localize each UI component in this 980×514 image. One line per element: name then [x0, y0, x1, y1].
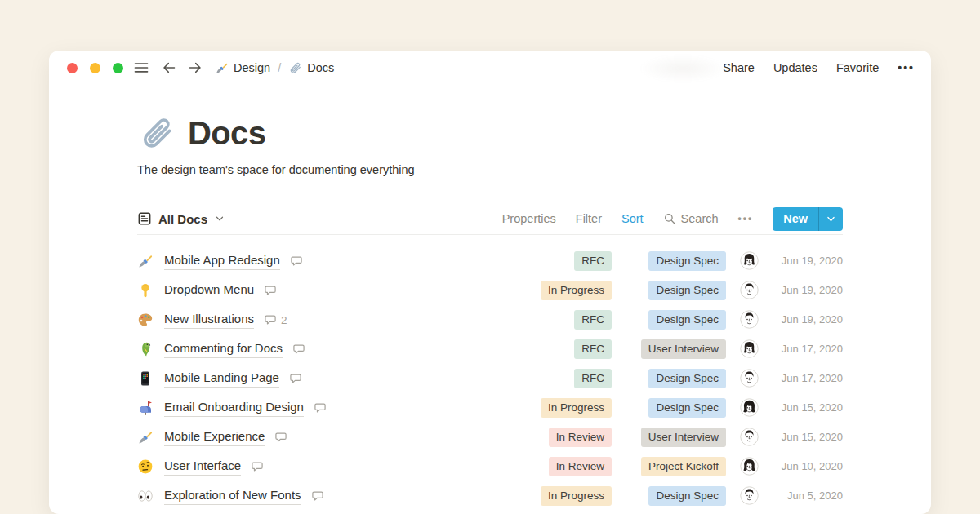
history-nav — [161, 60, 203, 76]
category-tag[interactable]: Design Spec — [648, 251, 726, 271]
paintbrush-icon — [137, 429, 154, 445]
comment-count[interactable] — [314, 401, 331, 414]
table-row[interactable]: Mobile Experience In Review User Intervi… — [137, 423, 843, 452]
breadcrumb: Design / Docs — [215, 61, 334, 75]
paperclip-icon — [288, 61, 302, 75]
status-tag[interactable]: RFC — [574, 369, 612, 388]
updates-button[interactable]: Updates — [773, 61, 817, 74]
paperclip-icon[interactable] — [137, 114, 176, 153]
doc-title-link[interactable]: Exploration of New Fonts — [164, 487, 301, 506]
page-description[interactable]: The design team's space for documenting … — [137, 163, 843, 176]
pointing-down-icon — [137, 282, 154, 299]
page-title[interactable]: Docs — [188, 115, 265, 152]
edited-date: Jun 17, 2020 — [769, 372, 843, 384]
table-row[interactable]: User Interface In Review Project Kickoff… — [137, 452, 843, 481]
breadcrumb-label: Docs — [307, 61, 334, 74]
avatar-man[interactable] — [740, 369, 759, 388]
toolbar-item-sort[interactable]: Sort — [621, 212, 644, 225]
status-tag[interactable]: In Review — [549, 428, 612, 447]
status-tag[interactable]: In Progress — [541, 281, 612, 300]
avatar-man[interactable] — [740, 428, 759, 446]
table-row[interactable]: Mobile App Redesign RFC Design Spec Jun … — [137, 246, 843, 276]
status-tag[interactable]: In Review — [549, 457, 612, 476]
status-tag[interactable]: RFC — [574, 339, 612, 359]
category-tag[interactable]: User Interview — [641, 339, 726, 359]
category-tag[interactable]: Project Kickoff — [641, 457, 726, 476]
topbar-actions: Share Updates Favorite ••• — [723, 61, 915, 74]
face-raised-eyebrow-icon — [137, 459, 154, 475]
table-row[interactable]: Mobile Landing Page RFC Design Spec Jun … — [137, 364, 843, 393]
status-tag[interactable]: In Progress — [541, 398, 612, 418]
doc-title-link[interactable]: Email Onboarding Design — [164, 399, 304, 418]
avatar-man[interactable] — [740, 310, 759, 329]
zoom-window-button[interactable] — [113, 63, 123, 73]
sidebar-toggle-icon[interactable] — [133, 60, 149, 76]
breadcrumb-item-docs[interactable]: Docs — [288, 61, 334, 75]
table-row[interactable]: Exploration of New Fonts In Progress Des… — [137, 481, 843, 511]
breadcrumb-item-design[interactable]: Design — [215, 61, 270, 75]
comment-count[interactable] — [290, 255, 307, 268]
chevron-down-icon[interactable] — [819, 207, 843, 231]
minimize-window-button[interactable] — [90, 63, 100, 73]
doc-title-link[interactable]: Mobile Landing Page — [164, 370, 279, 388]
paintbrush-icon — [215, 61, 229, 75]
view-toolbar: All Docs PropertiesFilterSort Search •••… — [137, 203, 843, 235]
comment-count[interactable] — [274, 431, 292, 444]
toolbar-item-filter[interactable]: Filter — [576, 212, 602, 225]
table-row[interactable]: Dropdown Menu In Progress Design Spec Ju… — [137, 276, 843, 305]
avatar-man[interactable] — [740, 281, 759, 299]
avatar-woman-bob[interactable] — [740, 457, 759, 476]
avatar-woman-headphones[interactable] — [740, 339, 759, 358]
edited-date: Jun 19, 2020 — [769, 284, 843, 296]
comment-count[interactable]: 2 — [264, 313, 287, 326]
comment-count[interactable] — [251, 460, 268, 473]
new-button[interactable]: New — [773, 207, 843, 231]
palette-icon — [137, 312, 154, 328]
new-button-label[interactable]: New — [773, 207, 818, 231]
view-more-options-icon[interactable]: ••• — [738, 213, 754, 224]
edited-date: Jun 5, 2020 — [769, 490, 843, 502]
category-tag[interactable]: User Interview — [641, 428, 726, 447]
back-arrow-icon[interactable] — [161, 60, 177, 76]
table-row[interactable]: Commenting for Docs RFC User Interview J… — [137, 335, 843, 364]
search-button[interactable]: Search — [663, 212, 719, 225]
status-tag[interactable]: RFC — [574, 310, 612, 330]
comment-icon — [264, 313, 277, 326]
category-tag[interactable]: Design Spec — [648, 281, 726, 300]
comment-count[interactable] — [289, 372, 306, 385]
table-row[interactable]: Email Onboarding Design In Progress Desi… — [137, 393, 843, 423]
toolbar-item-properties[interactable]: Properties — [502, 212, 556, 225]
category-tag[interactable]: Design Spec — [648, 398, 726, 418]
favorite-button[interactable]: Favorite — [836, 61, 879, 74]
avatar-man[interactable] — [740, 486, 759, 505]
page-header: Docs The design team's space for documen… — [137, 114, 843, 176]
comment-count[interactable] — [311, 490, 328, 503]
doc-title-link[interactable]: Mobile Experience — [164, 428, 265, 447]
comment-count[interactable] — [292, 343, 310, 356]
doc-title-link[interactable]: Commenting for Docs — [164, 340, 283, 359]
more-options-icon[interactable]: ••• — [898, 61, 915, 74]
comment-icon — [292, 343, 305, 356]
category-tag[interactable]: Design Spec — [648, 486, 726, 506]
status-tag[interactable]: RFC — [574, 251, 612, 271]
parrot-icon — [137, 341, 154, 357]
comment-count[interactable] — [264, 284, 281, 297]
edited-date: Jun 19, 2020 — [769, 255, 843, 267]
doc-title-link[interactable]: Dropdown Menu — [164, 281, 254, 300]
doc-title-link[interactable]: Mobile App Redesign — [164, 252, 280, 271]
docs-list: Mobile App Redesign RFC Design Spec Jun … — [137, 246, 843, 511]
status-tag[interactable]: In Progress — [541, 486, 612, 506]
category-tag[interactable]: Design Spec — [648, 310, 726, 330]
doc-title-link[interactable]: User Interface — [164, 458, 241, 476]
edited-date: Jun 10, 2020 — [769, 460, 843, 472]
close-window-button[interactable] — [67, 63, 78, 73]
doc-title-link[interactable]: New Illustrations — [164, 311, 254, 330]
avatar-woman-dark[interactable] — [740, 398, 759, 417]
share-button[interactable]: Share — [723, 61, 755, 74]
comment-icon — [289, 372, 302, 385]
forward-arrow-icon[interactable] — [187, 60, 203, 76]
category-tag[interactable]: Design Spec — [648, 369, 726, 388]
table-row[interactable]: New Illustrations 2 RFC Design Spec Jun … — [137, 305, 843, 335]
avatar-woman-headphones[interactable] — [740, 251, 759, 270]
view-selector[interactable]: All Docs — [137, 211, 225, 226]
